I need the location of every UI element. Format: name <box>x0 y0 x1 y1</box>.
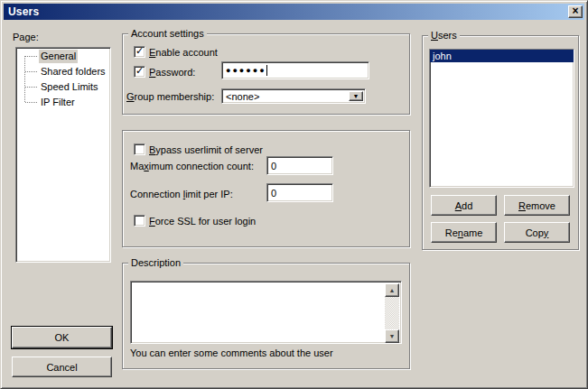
users-dialog: Users × Page: General Shared folders Spe… <box>0 0 588 389</box>
password-input[interactable]: ●●●●●● <box>221 61 369 79</box>
add-user-button-label: Add <box>455 200 473 211</box>
titlebar[interactable]: Users × <box>4 4 584 20</box>
account-settings-group: Account settings ✓ Enable account ✓ Pass… <box>122 33 410 115</box>
account-settings-title: Account settings <box>128 28 207 40</box>
arrow-down-icon: ▼ <box>389 333 396 339</box>
scroll-up-button[interactable]: ▲ <box>385 283 399 297</box>
bypass-userlimit-checkbox[interactable]: ✓ <box>134 144 145 155</box>
ok-button-label: OK <box>55 332 70 343</box>
users-group-title: Users <box>428 30 460 42</box>
description-group: Description ▲ ▼ You can enter some comme… <box>122 263 410 369</box>
text-caret <box>266 65 267 76</box>
max-connection-count-value: 0 <box>271 161 276 171</box>
tree-item-label: Speed Limits <box>39 80 100 94</box>
max-connection-count-label: Maximum connection count: <box>130 161 254 171</box>
tree-item-label: IP Filter <box>39 96 77 109</box>
connection-limits-group: ✓ Bypass userlimit of server Maximum con… <box>122 130 410 247</box>
users-group: Users john Add Remove Rename Copy <box>422 35 579 250</box>
connection-limit-per-ip-value: 0 <box>271 188 276 199</box>
remove-user-button[interactable]: Remove <box>504 195 570 216</box>
scroll-down-button[interactable]: ▼ <box>385 329 399 343</box>
users-listbox[interactable]: john <box>429 49 574 188</box>
arrow-up-icon: ▲ <box>389 287 396 293</box>
force-ssl-checkbox[interactable]: ✓ <box>134 215 145 227</box>
tree-item-label: Shared folders <box>39 65 107 79</box>
enable-account-label[interactable]: Enable account <box>149 47 218 58</box>
window-title: Users <box>4 5 39 18</box>
cancel-button[interactable]: Cancel <box>12 357 112 377</box>
group-membership-value: <none> <box>226 91 259 102</box>
description-title: Description <box>128 257 183 269</box>
password-checkbox[interactable]: ✓ <box>134 66 145 78</box>
cancel-button-label: Cancel <box>46 362 77 373</box>
enable-account-checkbox[interactable]: ✓ <box>134 46 145 58</box>
checkmark-icon: ✓ <box>135 45 144 57</box>
description-textarea[interactable]: ▲ ▼ <box>130 281 402 344</box>
bypass-userlimit-label[interactable]: Bypass userlimit of server <box>149 144 263 155</box>
user-name: john <box>433 51 452 61</box>
tree-item-shared-folders[interactable]: Shared folders <box>16 65 108 79</box>
description-hint: You can enter some comments about the us… <box>130 347 333 358</box>
max-connection-count-input[interactable]: 0 <box>266 156 333 175</box>
tree-item-general[interactable]: General <box>16 50 108 64</box>
copy-user-button[interactable]: Copy <box>504 222 570 243</box>
tree-item-ip-filter[interactable]: IP Filter <box>16 96 108 110</box>
group-membership-select[interactable]: <none> ▼ <box>221 88 366 104</box>
close-button[interactable]: × <box>568 5 583 18</box>
connection-limit-per-ip-input[interactable]: 0 <box>266 183 333 202</box>
chevron-down-icon: ▼ <box>353 93 359 99</box>
close-icon: × <box>572 5 578 16</box>
password-label[interactable]: Password: <box>149 67 195 78</box>
copy-user-button-label: Copy <box>526 227 549 238</box>
description-scrollbar[interactable]: ▲ ▼ <box>385 283 399 343</box>
tree-item-label: General <box>39 50 78 63</box>
connection-limit-per-ip-label: Connection limit per IP: <box>130 189 233 199</box>
dropdown-button[interactable]: ▼ <box>349 91 363 101</box>
page-tree[interactable]: General Shared folders Speed Limits IP F… <box>15 47 111 263</box>
checkmark-icon: ✓ <box>135 65 144 77</box>
ok-button[interactable]: OK <box>12 327 112 348</box>
scrollbar-track[interactable] <box>385 297 399 329</box>
password-masked-value: ●●●●●● <box>226 66 266 75</box>
tree-item-speed-limits[interactable]: Speed Limits <box>16 80 108 95</box>
add-user-button[interactable]: Add <box>431 195 497 216</box>
rename-user-button-label: Rename <box>445 227 483 238</box>
user-list-item[interactable]: john <box>430 50 574 62</box>
group-membership-label: Group membership: <box>126 91 214 102</box>
rename-user-button[interactable]: Rename <box>431 222 497 243</box>
remove-user-button-label: Remove <box>518 200 555 211</box>
page-label: Page: <box>13 32 39 42</box>
force-ssl-label[interactable]: Force SSL for user login <box>149 216 256 227</box>
